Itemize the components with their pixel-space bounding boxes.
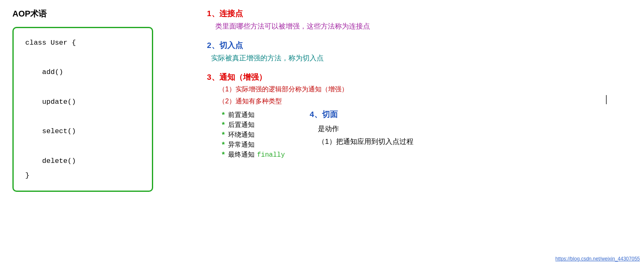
notify-list: * 前置通知 * 后置通知 * 环绕通知 * 异 — [222, 111, 285, 159]
left-panel: AOP术语 class User { add() update() select… — [12, 8, 178, 192]
section-advice: 3、通知（增强） （1）实际增强的逻辑部分称为通知（增强） （2）通知有多种类型… — [207, 72, 632, 160]
notify-list-col: * 前置通知 * 后置通知 * 环绕通知 * 异 — [207, 109, 285, 160]
pointcut-desc: 实际被真正增强的方法，称为切入点 — [211, 53, 632, 63]
star-icon-before: * — [222, 111, 225, 119]
notify-item-finally: * 最终通知 finally — [222, 150, 285, 159]
notify-finally-text: 最终通知 — [228, 150, 255, 159]
notify-item-after: * 后置通知 — [222, 121, 285, 129]
notify-exception-text: 异常通知 — [228, 141, 255, 149]
aop-title: AOP术语 — [12, 8, 178, 19]
advice-sub2: （2）通知有多种类型 — [207, 97, 632, 106]
text-cursor — [606, 95, 607, 104]
code-text: class User { add() update() select() del… — [25, 36, 140, 183]
notify-item-around: * 环绕通知 — [222, 131, 285, 139]
page-container: AOP术语 class User { add() update() select… — [0, 0, 644, 200]
two-col-layout: * 前置通知 * 后置通知 * 环绕通知 * 异 — [207, 109, 632, 160]
code-box: class User { add() update() select() del… — [12, 27, 153, 192]
section-pointcut: 2、切入点 实际被真正增强的方法，称为切入点 — [207, 40, 632, 63]
notify-item-before: * 前置通知 — [222, 111, 285, 119]
notify-item-exception: * 异常通知 — [222, 141, 285, 149]
notify-around-text: 环绕通知 — [228, 131, 255, 139]
join-point-desc: 类里面哪些方法可以被增强，这些方法称为连接点 — [215, 21, 632, 31]
notify-finally-code: finally — [257, 151, 285, 159]
notify-before-text: 前置通知 — [228, 111, 255, 119]
advice-sub1: （1）实际增强的逻辑部分称为通知（增强） — [207, 85, 632, 94]
aspect-desc1: 是动作 — [318, 124, 632, 134]
aspect-desc2: （1）把通知应用到切入点过程 — [318, 137, 632, 146]
aspect-title: 4、切面 — [310, 109, 632, 120]
right-panel: 1、连接点 类里面哪些方法可以被增强，这些方法称为连接点 2、切入点 实际被真正… — [195, 8, 632, 192]
advice-sub2-text: （2）通知有多种类型 — [219, 97, 632, 106]
pointcut-title: 2、切入点 — [207, 40, 632, 51]
section-join-point: 1、连接点 类里面哪些方法可以被增强，这些方法称为连接点 — [207, 8, 632, 31]
watermark: https://blog.csdn.net/weixin_44307055 — [555, 256, 640, 262]
notify-after-text: 后置通知 — [228, 121, 255, 129]
star-icon-around: * — [222, 131, 225, 139]
join-point-title: 1、连接点 — [207, 8, 632, 19]
advice-sub1-text: （1）实际增强的逻辑部分称为通知（增强） — [219, 85, 632, 94]
aspect-col: 4、切面 是动作 （1）把通知应用到切入点过程 — [310, 109, 632, 146]
star-icon-finally: * — [222, 150, 225, 159]
advice-title: 3、通知（增强） — [207, 72, 632, 83]
star-icon-exception: * — [222, 141, 225, 149]
star-icon-after: * — [222, 121, 225, 129]
